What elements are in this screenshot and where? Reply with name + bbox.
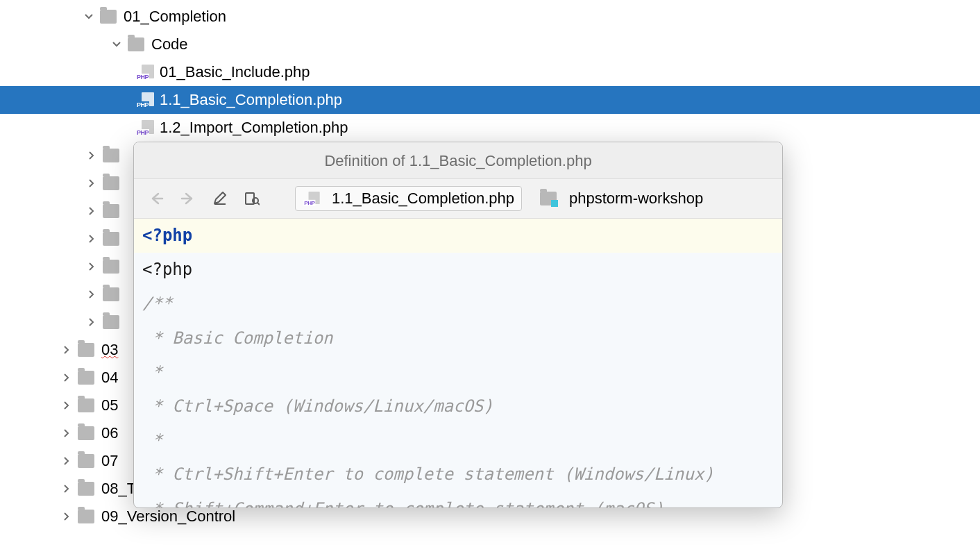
- code-text: <?php: [142, 260, 192, 279]
- code-text: /**: [142, 294, 172, 313]
- chevron-right-icon[interactable]: [86, 261, 97, 272]
- folder-icon: [78, 371, 94, 385]
- breadcrumb-file[interactable]: PHP 1.1_Basic_Completion.php: [295, 186, 522, 211]
- code-text: * Ctrl+Space (Windows/Linux/macOS): [142, 396, 493, 416]
- chevron-right-icon[interactable]: [61, 400, 72, 411]
- nav-forward-button[interactable]: [178, 189, 198, 208]
- chevron-right-icon[interactable]: [61, 483, 72, 494]
- code-text: *: [142, 362, 162, 382]
- tree-label: 04: [101, 369, 118, 387]
- code-text: * Basic Completion: [142, 328, 333, 348]
- edit-source-button[interactable]: [210, 189, 230, 208]
- folder-icon: [100, 10, 117, 24]
- code-text: *: [142, 430, 162, 450]
- code-text: <?php: [142, 226, 192, 245]
- folder-icon: [103, 315, 119, 329]
- tree-file-selected[interactable]: PHP 1.1_Basic_Completion.php: [0, 86, 980, 114]
- tree-file[interactable]: PHP 01_Basic_Include.php: [0, 58, 980, 86]
- popup-title: Definition of 1.1_Basic_Completion.php: [134, 142, 782, 179]
- folder-icon: [103, 260, 119, 274]
- tree-label: 1.2_Import_Completion.php: [160, 119, 348, 137]
- chevron-right-icon[interactable]: [86, 233, 97, 244]
- folder-icon: [103, 149, 119, 162]
- chevron-right-icon[interactable]: [61, 344, 72, 355]
- php-file-icon: PHP: [136, 92, 154, 108]
- folder-icon: [78, 398, 94, 412]
- tree-folder-code[interactable]: Code: [0, 31, 980, 58]
- tree-label: 09_Version_Control: [101, 507, 235, 526]
- chevron-right-icon[interactable]: [86, 317, 97, 328]
- folder-icon: [78, 426, 94, 440]
- code-text: * Ctrl+Shift+Enter to complete statement…: [142, 464, 714, 484]
- folder-icon: [103, 287, 119, 301]
- tree-label: 07: [101, 452, 118, 470]
- show-preview-button[interactable]: [242, 189, 262, 208]
- folder-icon: [103, 204, 119, 218]
- chevron-down-icon[interactable]: [111, 39, 122, 50]
- popup-toolbar: PHP 1.1_Basic_Completion.php phpstorm-wo…: [134, 179, 782, 219]
- chevron-right-icon[interactable]: [86, 178, 97, 189]
- breadcrumb-module[interactable]: phpstorm-workshop: [540, 190, 703, 208]
- php-file-icon: PHP: [136, 65, 154, 80]
- tree-label: 06: [101, 424, 118, 442]
- folder-icon: [78, 482, 94, 496]
- breadcrumb-file-label: 1.1_Basic_Completion.php: [332, 190, 514, 208]
- folder-icon: [103, 232, 119, 246]
- folder-icon: [78, 343, 94, 357]
- popup-code-view[interactable]: <?php <?php /** * Basic Completion * * C…: [134, 219, 782, 507]
- code-text: * Shift+Command+Enter to complete statem…: [142, 499, 664, 508]
- module-icon: [540, 192, 557, 205]
- folder-icon: [78, 510, 94, 523]
- folder-icon: [128, 37, 144, 51]
- quick-definition-popup: Definition of 1.1_Basic_Completion.php P…: [133, 142, 783, 508]
- tree-file[interactable]: PHP 1.2_Import_Completion.php: [0, 114, 980, 142]
- php-file-icon: PHP: [136, 120, 154, 135]
- folder-icon: [103, 176, 119, 190]
- chevron-right-icon[interactable]: [61, 511, 72, 522]
- chevron-down-icon[interactable]: [83, 11, 94, 22]
- breadcrumb-module-label: phpstorm-workshop: [569, 190, 703, 208]
- chevron-right-icon[interactable]: [61, 455, 72, 467]
- tree-label: 1.1_Basic_Completion.php: [160, 91, 342, 109]
- tree-label: 05: [101, 396, 118, 414]
- folder-icon: [78, 454, 94, 468]
- tree-label: 03: [101, 341, 118, 359]
- tree-folder-01-completion[interactable]: 01_Completion: [0, 3, 980, 31]
- tree-label: 01_Completion: [124, 8, 226, 26]
- chevron-right-icon[interactable]: [61, 428, 72, 439]
- tree-label: Code: [151, 35, 188, 53]
- chevron-right-icon[interactable]: [86, 150, 97, 161]
- tree-label: 01_Basic_Include.php: [160, 63, 310, 81]
- php-file-icon: PHP: [303, 192, 319, 205]
- chevron-right-icon[interactable]: [61, 372, 72, 383]
- chevron-right-icon[interactable]: [86, 289, 97, 300]
- chevron-right-icon[interactable]: [86, 205, 97, 217]
- nav-back-button[interactable]: [146, 189, 166, 208]
